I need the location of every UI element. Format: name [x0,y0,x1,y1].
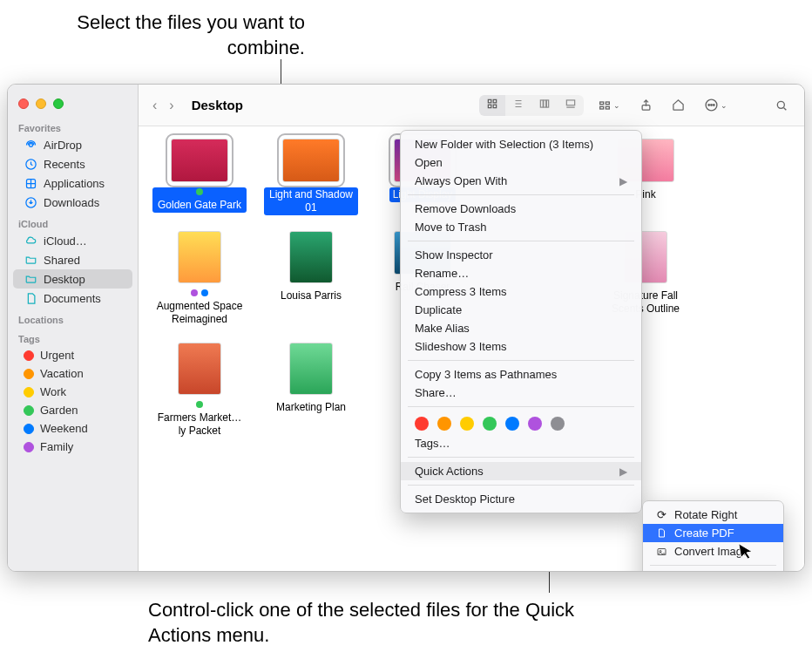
menu-item-duplicate[interactable]: Duplicate [401,301,641,319]
menu-item-label: Open [415,156,443,169]
view-list[interactable] [505,95,531,116]
window-controls [8,90,138,116]
tag-color-orange[interactable] [437,417,451,431]
menu-item-copy-pathnames[interactable]: Copy 3 Items as Pathnames [401,365,641,384]
menu-item-show-inspector[interactable]: Show Inspector [401,246,641,264]
minimize-window-button[interactable] [36,99,46,109]
tag-dot-icon [24,424,34,434]
tag-color-yellow[interactable] [460,417,474,431]
finder-window: Favorites AirDrop Recents Applications D… [7,84,805,572]
sidebar-item-downloads[interactable]: Downloads [13,193,132,212]
tag-dot-icon [24,442,34,452]
forward-button[interactable]: › [166,96,177,115]
menu-item-rename[interactable]: Rename… [401,264,641,282]
menu-item-make-alias[interactable]: Make Alias [401,319,641,337]
menu-item-quick-actions[interactable]: Quick Actions▶ [401,462,641,480]
sidebar-tag-urgent[interactable]: Urgent [13,346,132,364]
sidebar-tag-garden[interactable]: Garden [13,401,132,419]
download-icon [24,195,37,209]
sidebar-tag-family[interactable]: Family [13,438,132,456]
menu-separator [408,457,634,458]
svg-point-19 [711,105,712,105]
file-name-text: Light and Shadow 01 [267,188,355,214]
more-button[interactable]: ⌄ [699,94,733,116]
file-item[interactable]: Light and Shadow 01 [264,139,358,215]
svg-rect-14 [600,106,604,109]
menu-item-label: Always Open With [415,174,507,187]
menu-item-share[interactable]: Share… [401,384,641,402]
sidebar-header-favorites: Favorites [8,116,138,135]
menu-item-move-to-trash[interactable]: Move to Trash [401,218,641,236]
tag-color-red[interactable] [415,417,429,431]
menu-separator [408,360,634,361]
sidebar-item-shared[interactable]: Shared [13,250,132,269]
back-button[interactable]: ‹ [149,96,160,115]
sidebar-tag-vacation[interactable]: Vacation [13,364,132,383]
sidebar-tag-weekend[interactable]: Weekend [13,419,132,438]
menu-item-label: Rename… [415,267,469,280]
menu-separator [408,194,634,195]
submenu-item-customize[interactable]: Customize… [643,570,783,572]
file-item[interactable]: Marketing Plan [264,343,358,438]
submenu-item-create-pdf[interactable]: Create PDF [643,524,783,542]
group-button[interactable]: ⌄ [592,95,626,116]
menu-item-slideshow[interactable]: Slideshow 3 Items [401,337,641,356]
menu-item-remove-downloads[interactable]: Remove Downloads [401,200,641,218]
window-title: Desktop [192,98,243,112]
submenu-item-convert-image[interactable]: Convert Image [643,542,783,560]
file-item[interactable]: Augmented Space Reimagined [152,231,247,327]
sidebar-item-documents[interactable]: Documents [13,289,132,308]
sidebar-item-desktop[interactable]: Desktop [13,269,132,289]
svg-rect-5 [493,99,497,103]
close-window-button[interactable] [18,99,29,109]
svg-rect-6 [488,105,491,108]
menu-item-always-open-with[interactable]: Always Open With▶ [401,172,641,190]
menu-item-set-desktop-picture[interactable]: Set Desktop Picture [401,490,641,508]
file-label: Marketing Plan [273,400,349,415]
menu-item-label: Share… [415,386,457,399]
tag-button[interactable] [667,95,690,115]
clock-icon [24,157,37,171]
view-icon-grid[interactable] [479,95,505,116]
nav-arrows: ‹ › [149,96,178,115]
submenu-item-rotate-right[interactable]: ⟳ Rotate Right [643,506,783,524]
zoom-window-button[interactable] [53,99,64,109]
file-item[interactable]: Louisa Parris [264,231,358,327]
file-name-text: Farmers Market…ly Packet [156,411,243,438]
svg-point-18 [708,105,709,105]
sidebar-item-iclouddrive[interactable]: iCloud… [13,231,132,250]
sidebar-tag-work[interactable]: Work [13,383,132,401]
quick-actions-submenu: ⟳ Rotate Right Create PDF Convert Image [642,500,784,572]
sidebar-item-airdrop[interactable]: AirDrop [13,135,132,154]
sidebar-item-applications[interactable]: Applications [13,173,132,193]
file-item[interactable]: Golden Gate Park [152,139,247,215]
tag-color-green[interactable] [483,417,497,431]
menu-item-label: Slideshow 3 Items [415,340,507,353]
sidebar-item-label: Documents [44,292,101,305]
view-gallery[interactable] [558,95,584,116]
menu-item-open[interactable]: Open [401,153,641,172]
tag-color-blue[interactable] [505,417,519,431]
view-columns[interactable] [531,95,558,116]
tag-dot-icon [24,387,34,397]
search-button[interactable] [769,95,794,116]
menu-item-label: Duplicate [415,303,462,316]
file-name-text: Marketing Plan [276,401,346,414]
file-item[interactable]: Farmers Market…ly Packet [152,343,247,438]
menu-item-compress[interactable]: Compress 3 Items [401,282,641,301]
tag-dot-icon [201,289,208,296]
tag-color-purple[interactable] [528,417,542,431]
sidebar-item-label: AirDrop [44,139,82,152]
file-name-text: Louisa Parris [281,289,342,302]
tag-dot-icon [24,350,34,361]
tag-color-gray[interactable] [551,417,565,431]
sidebar-item-recents[interactable]: Recents [13,154,132,173]
sidebar-item-label: Garden [40,404,78,417]
share-button[interactable] [634,95,658,115]
menu-item-tags[interactable]: Tags… [401,434,641,452]
menu-item-new-folder[interactable]: New Folder with Selection (3 Items) [401,135,641,153]
file-thumbnail [171,139,228,182]
file-label: Louisa Parris [277,289,345,303]
chevron-right-icon: ▶ [619,175,627,187]
document-icon [655,527,667,539]
